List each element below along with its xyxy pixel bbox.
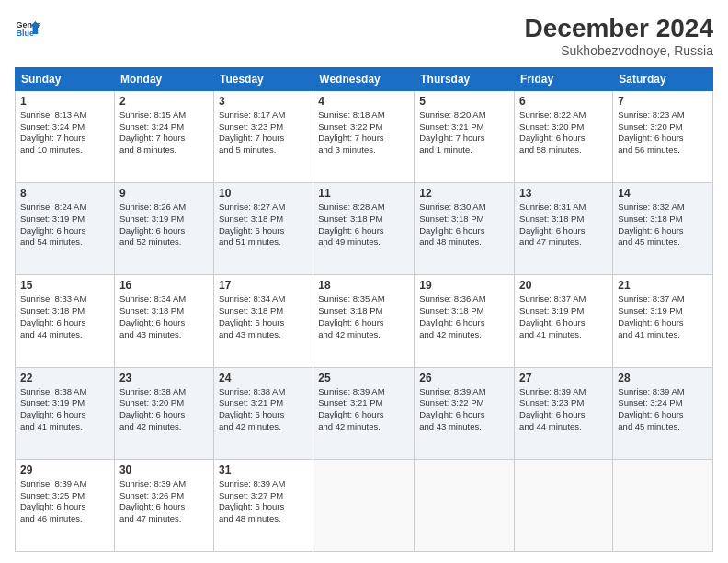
table-row: 20Sunrise: 8:37 AM Sunset: 3:19 PM Dayli…	[515, 275, 613, 367]
day-number: 3	[219, 95, 308, 108]
day-number: 21	[618, 279, 708, 292]
day-info: Sunrise: 8:34 AM Sunset: 3:18 PM Dayligh…	[219, 293, 308, 340]
day-number: 9	[119, 187, 209, 200]
day-number: 15	[20, 279, 109, 292]
table-row: 30Sunrise: 8:39 AM Sunset: 3:26 PM Dayli…	[114, 459, 213, 551]
header-row: Sunday Monday Tuesday Wednesday Thursday…	[16, 67, 713, 90]
day-info: Sunrise: 8:34 AM Sunset: 3:18 PM Dayligh…	[119, 293, 209, 340]
day-info: Sunrise: 8:35 AM Sunset: 3:18 PM Dayligh…	[318, 293, 409, 340]
table-row: 28Sunrise: 8:39 AM Sunset: 3:24 PM Dayli…	[613, 367, 713, 459]
table-row: 9Sunrise: 8:26 AM Sunset: 3:19 PM Daylig…	[114, 183, 213, 275]
logo-icon: General Blue	[15, 15, 40, 40]
day-info: Sunrise: 8:38 AM Sunset: 3:20 PM Dayligh…	[119, 386, 209, 433]
table-row: 21Sunrise: 8:37 AM Sunset: 3:19 PM Dayli…	[613, 275, 713, 367]
day-number: 24	[219, 372, 308, 385]
day-number: 11	[318, 187, 409, 200]
table-row	[313, 459, 415, 551]
table-row: 2Sunrise: 8:15 AM Sunset: 3:24 PM Daylig…	[114, 90, 213, 182]
header-sunday: Sunday	[16, 67, 115, 90]
day-number: 12	[419, 187, 509, 200]
table-row: 31Sunrise: 8:39 AM Sunset: 3:27 PM Dayli…	[213, 459, 313, 551]
table-row: 7Sunrise: 8:23 AM Sunset: 3:20 PM Daylig…	[613, 90, 713, 182]
table-row: 18Sunrise: 8:35 AM Sunset: 3:18 PM Dayli…	[313, 275, 415, 367]
header-saturday: Saturday	[613, 67, 713, 90]
table-row: 4Sunrise: 8:18 AM Sunset: 3:22 PM Daylig…	[313, 90, 415, 182]
svg-text:Blue: Blue	[16, 29, 34, 38]
day-number: 8	[20, 187, 109, 200]
table-row: 10Sunrise: 8:27 AM Sunset: 3:18 PM Dayli…	[213, 183, 313, 275]
calendar-table: Sunday Monday Tuesday Wednesday Thursday…	[15, 67, 713, 552]
day-number: 29	[20, 464, 109, 477]
day-info: Sunrise: 8:39 AM Sunset: 3:21 PM Dayligh…	[318, 386, 409, 433]
table-row: 12Sunrise: 8:30 AM Sunset: 3:18 PM Dayli…	[415, 183, 515, 275]
day-info: Sunrise: 8:13 AM Sunset: 3:24 PM Dayligh…	[20, 109, 109, 156]
header-monday: Monday	[114, 67, 213, 90]
day-number: 20	[519, 279, 608, 292]
table-row: 22Sunrise: 8:38 AM Sunset: 3:19 PM Dayli…	[16, 367, 115, 459]
table-row: 6Sunrise: 8:22 AM Sunset: 3:20 PM Daylig…	[515, 90, 613, 182]
day-number: 6	[519, 95, 608, 108]
table-row	[613, 459, 713, 551]
month-title: December 2024	[525, 15, 713, 43]
top-section: General Blue December 2024 Sukhobezvodno…	[15, 15, 713, 58]
table-row	[415, 459, 515, 551]
table-row: 16Sunrise: 8:34 AM Sunset: 3:18 PM Dayli…	[114, 275, 213, 367]
day-info: Sunrise: 8:37 AM Sunset: 3:19 PM Dayligh…	[618, 293, 708, 340]
table-row: 5Sunrise: 8:20 AM Sunset: 3:21 PM Daylig…	[415, 90, 515, 182]
table-row: 8Sunrise: 8:24 AM Sunset: 3:19 PM Daylig…	[16, 183, 115, 275]
day-info: Sunrise: 8:32 AM Sunset: 3:18 PM Dayligh…	[618, 201, 708, 248]
day-info: Sunrise: 8:33 AM Sunset: 3:18 PM Dayligh…	[20, 293, 109, 340]
day-number: 1	[20, 95, 109, 108]
logo: General Blue	[15, 15, 40, 40]
day-info: Sunrise: 8:39 AM Sunset: 3:24 PM Dayligh…	[618, 386, 708, 433]
day-info: Sunrise: 8:37 AM Sunset: 3:19 PM Dayligh…	[519, 293, 608, 340]
day-info: Sunrise: 8:23 AM Sunset: 3:20 PM Dayligh…	[618, 109, 708, 156]
day-number: 17	[219, 279, 308, 292]
day-info: Sunrise: 8:36 AM Sunset: 3:18 PM Dayligh…	[419, 293, 509, 340]
day-info: Sunrise: 8:18 AM Sunset: 3:22 PM Dayligh…	[318, 109, 409, 156]
day-number: 26	[419, 372, 509, 385]
header-thursday: Thursday	[415, 67, 515, 90]
day-number: 30	[119, 464, 209, 477]
header-tuesday: Tuesday	[213, 67, 313, 90]
day-info: Sunrise: 8:26 AM Sunset: 3:19 PM Dayligh…	[119, 201, 209, 248]
table-row: 11Sunrise: 8:28 AM Sunset: 3:18 PM Dayli…	[313, 183, 415, 275]
day-number: 27	[519, 372, 608, 385]
table-row: 29Sunrise: 8:39 AM Sunset: 3:25 PM Dayli…	[16, 459, 115, 551]
table-row: 19Sunrise: 8:36 AM Sunset: 3:18 PM Dayli…	[415, 275, 515, 367]
day-number: 25	[318, 372, 409, 385]
header-friday: Friday	[515, 67, 613, 90]
location-title: Sukhobezvodnoye, Russia	[525, 43, 713, 58]
day-info: Sunrise: 8:28 AM Sunset: 3:18 PM Dayligh…	[318, 201, 409, 248]
day-number: 7	[618, 95, 708, 108]
day-number: 18	[318, 279, 409, 292]
day-info: Sunrise: 8:39 AM Sunset: 3:23 PM Dayligh…	[519, 386, 608, 433]
day-number: 4	[318, 95, 409, 108]
day-number: 5	[419, 95, 509, 108]
table-row: 17Sunrise: 8:34 AM Sunset: 3:18 PM Dayli…	[213, 275, 313, 367]
day-info: Sunrise: 8:39 AM Sunset: 3:26 PM Dayligh…	[119, 478, 209, 525]
day-info: Sunrise: 8:39 AM Sunset: 3:22 PM Dayligh…	[419, 386, 509, 433]
day-number: 13	[519, 187, 608, 200]
header-wednesday: Wednesday	[313, 67, 415, 90]
day-info: Sunrise: 8:38 AM Sunset: 3:19 PM Dayligh…	[20, 386, 109, 433]
day-info: Sunrise: 8:24 AM Sunset: 3:19 PM Dayligh…	[20, 201, 109, 248]
day-number: 10	[219, 187, 308, 200]
day-number: 23	[119, 372, 209, 385]
table-row: 25Sunrise: 8:39 AM Sunset: 3:21 PM Dayli…	[313, 367, 415, 459]
table-row: 26Sunrise: 8:39 AM Sunset: 3:22 PM Dayli…	[415, 367, 515, 459]
day-number: 16	[119, 279, 209, 292]
day-info: Sunrise: 8:22 AM Sunset: 3:20 PM Dayligh…	[519, 109, 608, 156]
day-number: 31	[219, 464, 308, 477]
day-info: Sunrise: 8:39 AM Sunset: 3:25 PM Dayligh…	[20, 478, 109, 525]
day-number: 2	[119, 95, 209, 108]
table-row	[515, 459, 613, 551]
table-row: 1Sunrise: 8:13 AM Sunset: 3:24 PM Daylig…	[16, 90, 115, 182]
table-row: 13Sunrise: 8:31 AM Sunset: 3:18 PM Dayli…	[515, 183, 613, 275]
day-info: Sunrise: 8:20 AM Sunset: 3:21 PM Dayligh…	[419, 109, 509, 156]
day-number: 28	[618, 372, 708, 385]
table-row: 23Sunrise: 8:38 AM Sunset: 3:20 PM Dayli…	[114, 367, 213, 459]
day-info: Sunrise: 8:39 AM Sunset: 3:27 PM Dayligh…	[219, 478, 308, 525]
day-info: Sunrise: 8:17 AM Sunset: 3:23 PM Dayligh…	[219, 109, 308, 156]
day-info: Sunrise: 8:30 AM Sunset: 3:18 PM Dayligh…	[419, 201, 509, 248]
